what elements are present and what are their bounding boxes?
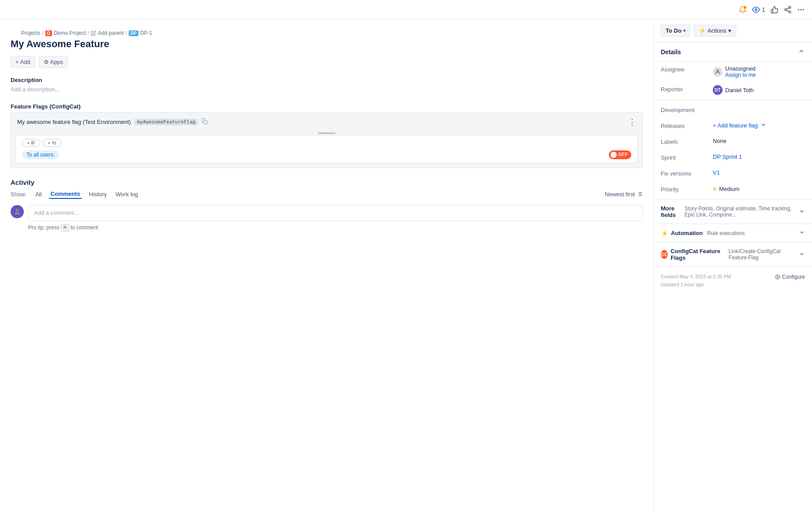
fix-version-link[interactable]: V1 <box>713 169 720 176</box>
sidebar-details-header: Details <box>654 42 812 62</box>
edit-icon <box>91 30 96 36</box>
flag-header: My awesome feature flag (Test Environmen… <box>11 113 642 131</box>
automation-sub: Rule executions <box>707 230 745 236</box>
flag-condition-tags: + IF + % <box>22 139 631 147</box>
fix-versions-value: V1 <box>713 169 805 176</box>
configcat-expand-icon[interactable] <box>799 251 805 258</box>
configcat-label: ConfigCat Feature Flags <box>670 248 724 261</box>
svg-point-4 <box>789 11 791 13</box>
svg-point-1 <box>755 8 757 11</box>
svg-rect-10 <box>204 120 208 124</box>
assignee-label: Assignee <box>661 65 709 73</box>
sort-button[interactable]: Newest first <box>605 191 643 198</box>
percent-tag[interactable]: + % <box>43 139 61 147</box>
like-btn[interactable] <box>771 6 778 14</box>
top-bar-actions: 1 <box>739 6 805 14</box>
sidebar-footer: Created May 4, 2023 at 2:35 PM Configure… <box>654 269 812 292</box>
breadcrumb: Projects / D Demo Project / Add parent /… <box>11 26 643 38</box>
svg-point-17 <box>16 209 19 212</box>
configcat-sub[interactable]: Link/Create ConfigCat Feature Flag <box>729 248 796 261</box>
configure-btn[interactable]: Configure <box>775 274 805 280</box>
releases-expand-btn[interactable] <box>760 122 767 129</box>
svg-point-0 <box>744 6 746 8</box>
unassigned-icon <box>713 67 723 77</box>
sprint-value: DP Sprint 1 <box>713 153 805 160</box>
labels-row: Labels None <box>654 134 812 150</box>
reporter-row: Reporter DT Daniel Toth <box>654 82 812 98</box>
notification-icon-btn[interactable] <box>739 6 747 14</box>
automation-lightning-icon: ⚡ <box>661 230 668 237</box>
breadcrumb-demo-project[interactable]: Demo Project <box>54 30 86 36</box>
share-btn[interactable] <box>784 6 792 14</box>
tab-history[interactable]: History <box>87 190 108 198</box>
divider-1 <box>654 100 812 101</box>
sidebar-top-bar: To Do ▾ ⚡ Actions ▾ <box>654 19 812 42</box>
priority-row: Priority ≡ Medium <box>654 182 812 198</box>
fix-versions-label: Fix versions <box>661 169 709 177</box>
breadcrumb-projects[interactable]: Projects <box>21 30 40 36</box>
more-fields-label: More fields <box>661 205 682 218</box>
reporter-label: Reporter <box>661 85 709 93</box>
svg-point-18 <box>717 70 719 72</box>
add-button[interactable]: + Add <box>11 56 35 68</box>
pro-tip-text: Pro tip: press <box>28 224 60 231</box>
more-fields-expand-icon[interactable] <box>799 208 805 216</box>
show-label: Show: <box>11 191 26 198</box>
breadcrumb-ticket-id[interactable]: DP-1 <box>140 30 152 36</box>
releases-row: Releases + Add feature flag <box>654 118 812 134</box>
automation-expand-icon[interactable] <box>799 229 805 237</box>
activity-title: Activity <box>11 179 643 186</box>
toggle-off-btn[interactable]: OFF <box>609 150 632 159</box>
divider-5 <box>654 266 812 267</box>
configure-icon <box>775 274 780 280</box>
activity-tabs: Show: All Comments History Work log Newe… <box>11 190 643 199</box>
reporter-value: DT Daniel Toth <box>713 85 805 95</box>
actions-button[interactable]: ⚡ Actions ▾ <box>694 25 736 37</box>
if-tag[interactable]: + IF <box>22 139 40 147</box>
priority-value: ≡ Medium <box>713 185 805 192</box>
copy-icon[interactable] <box>201 118 208 126</box>
lightning-icon: ⚡ <box>699 27 706 34</box>
divider-3 <box>654 224 812 224</box>
collapse-details-btn[interactable] <box>798 48 805 56</box>
labels-value[interactable]: None <box>713 138 805 144</box>
updated-label: Updated 1 hour ago <box>661 282 805 287</box>
flag-more-icon[interactable]: ⋮ <box>628 117 636 127</box>
assignee-row: Assignee Unassigned Assign to me <box>654 62 812 82</box>
apps-button[interactable]: ⚙ Apps <box>39 56 68 68</box>
feature-flags-header: Feature Flags (ConfigCat) <box>11 103 643 110</box>
flag-key-badge: myAwesomeFeatureFlag <box>134 119 198 125</box>
comment-input[interactable]: Add a comment... <box>28 205 643 221</box>
tab-all[interactable]: All <box>34 190 43 198</box>
more-fields-row[interactable]: More fields Story Points, Original estim… <box>654 202 812 222</box>
configcat-icon: CC <box>661 250 668 259</box>
tab-comments[interactable]: Comments <box>49 190 82 199</box>
actions-chevron: ▾ <box>728 27 731 34</box>
reporter-avatar: DT <box>713 85 723 95</box>
breadcrumb-add-parent[interactable]: Add parent <box>98 30 124 36</box>
divider-4 <box>654 242 812 243</box>
more-fields-sub: Story Points, Original estimate, Time tr… <box>685 206 796 218</box>
divider-2 <box>654 199 812 200</box>
svg-point-2 <box>789 6 791 8</box>
watch-btn[interactable]: 1 <box>752 6 765 14</box>
priority-icon: ≡ <box>713 185 716 192</box>
configcat-row: CC ConfigCat Feature Flags Link/Create C… <box>654 244 812 265</box>
flag-title-row: My awesome feature flag (Test Environmen… <box>17 118 208 126</box>
svg-line-6 <box>786 7 789 9</box>
reporter-name: Daniel Toth <box>725 87 754 93</box>
more-actions-btn[interactable] <box>797 6 805 14</box>
description-placeholder[interactable]: Add a description... <box>11 86 643 93</box>
page-title: My Awesome Feature <box>11 38 643 51</box>
description-header: Description <box>11 77 643 83</box>
status-button[interactable]: To Do ▾ <box>661 25 690 37</box>
tab-worklog[interactable]: Work log <box>114 190 140 198</box>
feature-flag-box: My awesome feature flag (Test Environmen… <box>11 112 643 168</box>
assign-me-link[interactable]: Assign to me <box>725 72 756 78</box>
user-avatar <box>11 205 24 218</box>
sprint-link[interactable]: DP Sprint 1 <box>713 153 742 160</box>
description-section: Description Add a description... <box>11 77 643 93</box>
add-feature-flag-btn[interactable]: + Add feature flag <box>713 122 758 129</box>
configure-label: Configure <box>782 274 805 280</box>
sprint-row: Sprint DP Sprint 1 <box>654 150 812 166</box>
